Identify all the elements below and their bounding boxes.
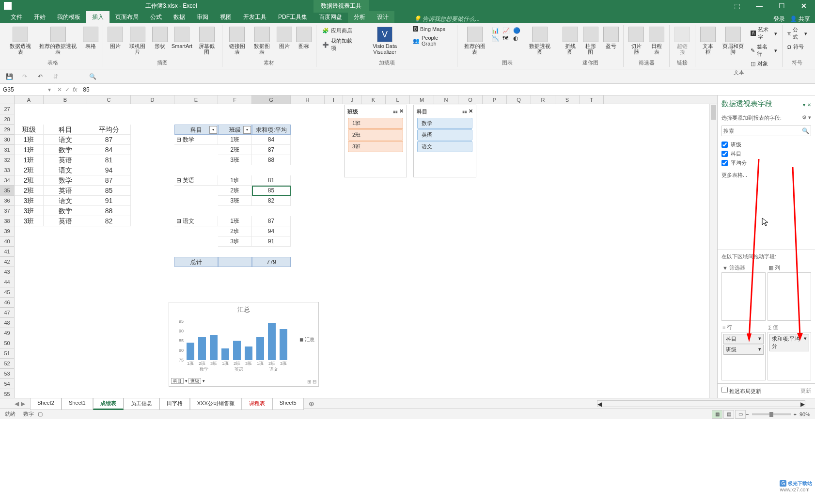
select-all-corner[interactable]: [0, 95, 15, 104]
symbol-button[interactable]: Ω 符号: [785, 42, 809, 51]
row-header[interactable]: 43: [0, 267, 15, 277]
filter-dropdown-icon[interactable]: ▾: [209, 126, 217, 134]
field-checkbox[interactable]: 科目: [721, 149, 811, 158]
cell[interactable]: 88: [87, 206, 131, 216]
row-header[interactable]: 49: [0, 328, 15, 338]
tab-review[interactable]: 审阅: [191, 11, 214, 23]
column-header[interactable]: D: [131, 95, 174, 104]
recommended-pivot-button[interactable]: 推荐的数据透视表: [36, 25, 80, 56]
column-header[interactable]: L: [386, 95, 410, 104]
row-header[interactable]: 41: [0, 247, 15, 257]
pivot-chart[interactable]: 汇总 75808590951班2班3班1班2班3班1班2班3班数学英语语文 ◼ …: [169, 302, 319, 387]
cell[interactable]: 科目: [44, 125, 87, 135]
tab-home[interactable]: 开始: [28, 11, 51, 23]
cell[interactable]: 科目▾: [174, 125, 218, 135]
cell[interactable]: 英语: [44, 216, 87, 226]
row-header[interactable]: 32: [0, 155, 15, 165]
app-store-button[interactable]: 🧩 应用商店: [320, 26, 358, 35]
cell[interactable]: 3班: [218, 196, 252, 206]
header-footer-button[interactable]: 页眉和页脚: [719, 25, 748, 56]
cell[interactable]: 总计: [174, 257, 218, 267]
cell[interactable]: 数学: [44, 145, 87, 155]
name-box[interactable]: G35▾: [0, 84, 54, 95]
cell[interactable]: 82: [252, 196, 291, 206]
area-item[interactable]: 求和项:平均分▾: [769, 334, 810, 351]
cell[interactable]: 1班: [218, 135, 252, 145]
horizontal-scrollbar[interactable]: ◀▶: [597, 400, 805, 407]
cell[interactable]: 84: [252, 135, 291, 145]
area-item[interactable]: 班级▾: [723, 345, 764, 355]
tab-baidu[interactable]: 百度网盘: [313, 11, 348, 23]
cell[interactable]: 84: [87, 145, 131, 155]
sparkline-winloss-button[interactable]: 盈亏: [601, 25, 620, 50]
row-header[interactable]: 28: [0, 114, 15, 125]
row-header[interactable]: 38: [0, 216, 15, 226]
row-header[interactable]: 30: [0, 135, 15, 145]
slicer-item[interactable]: 数学: [417, 118, 472, 129]
textbox-button[interactable]: 文本框: [698, 25, 717, 56]
sparkline-column-button[interactable]: 柱形图: [581, 25, 600, 56]
cell[interactable]: 87: [87, 135, 131, 145]
cancel-icon[interactable]: ✕: [57, 86, 62, 93]
formula-input[interactable]: 85: [80, 86, 815, 93]
tab-page-layout[interactable]: 页面布局: [110, 11, 144, 23]
column-header[interactable]: E: [174, 95, 218, 104]
slicer-item[interactable]: 1班: [348, 118, 403, 129]
print-preview-icon[interactable]: 🔍: [88, 72, 97, 81]
cell[interactable]: 81: [87, 155, 131, 165]
slicer-clear-icon[interactable]: ⚏ ✕: [462, 108, 473, 115]
cell[interactable]: 1班: [15, 135, 44, 145]
tell-me-input[interactable]: 💡 告诉我您想要做什么...: [414, 15, 480, 23]
column-header[interactable]: A: [15, 95, 44, 104]
tab-developer[interactable]: 开发工具: [237, 11, 272, 23]
more-tables-link[interactable]: 更多表格...: [718, 170, 815, 181]
column-header[interactable]: K: [361, 95, 386, 104]
defer-layout-checkbox[interactable]: 推迟布局更新: [721, 387, 761, 395]
row-header[interactable]: 29: [0, 125, 15, 135]
rows-drop-area[interactable]: 科目▾ 班级▾: [721, 332, 766, 380]
row-header[interactable]: 33: [0, 165, 15, 175]
close-button[interactable]: ✕: [793, 0, 815, 12]
tab-my-templates[interactable]: 我的模板: [51, 11, 86, 23]
row-header[interactable]: 53: [0, 369, 15, 379]
cell[interactable]: 87: [252, 145, 291, 155]
row-header[interactable]: 47: [0, 308, 15, 318]
enter-icon[interactable]: ✓: [65, 86, 70, 93]
cell[interactable]: 2班: [218, 226, 252, 236]
row-header[interactable]: 42: [0, 257, 15, 267]
tab-data[interactable]: 数据: [168, 11, 191, 23]
column-header[interactable]: R: [531, 95, 555, 104]
column-header[interactable]: J: [343, 95, 361, 104]
row-header[interactable]: 51: [0, 348, 15, 359]
column-header[interactable]: T: [580, 95, 604, 104]
row-header[interactable]: 54: [0, 379, 15, 389]
zoom-level[interactable]: 90%: [799, 411, 810, 417]
cell[interactable]: 3班: [15, 216, 44, 226]
signature-button[interactable]: ✎ 签名行 ▾: [749, 42, 779, 59]
column-header[interactable]: I: [325, 95, 343, 104]
column-header[interactable]: F: [218, 95, 252, 104]
row-header[interactable]: 39: [0, 226, 15, 236]
sheet-tab[interactable]: Sheet2: [30, 398, 62, 410]
page-layout-view-button[interactable]: ▤: [723, 410, 734, 419]
cell[interactable]: 2班: [15, 165, 44, 175]
cell[interactable]: ⊟ 语文: [174, 216, 218, 226]
row-header[interactable]: 36: [0, 196, 15, 206]
online-picture-button[interactable]: 联机图片: [125, 25, 150, 56]
share-button[interactable]: 👤 共享: [790, 15, 810, 23]
field-checkbox[interactable]: 班级: [721, 140, 811, 149]
column-header[interactable]: S: [555, 95, 580, 104]
column-header[interactable]: Q: [507, 95, 531, 104]
login-link[interactable]: 登录: [773, 15, 785, 23]
cell[interactable]: 85: [87, 186, 131, 196]
slicer-item[interactable]: 3班: [348, 141, 403, 152]
data-chart-button[interactable]: 数据图表: [250, 25, 274, 56]
cell[interactable]: ⊟ 英语: [174, 175, 218, 186]
cell[interactable]: 数学: [44, 175, 87, 186]
tab-design[interactable]: 设计: [371, 11, 394, 23]
task-pane-dropdown-icon[interactable]: ▾: [803, 102, 805, 108]
fx-icon[interactable]: fx: [73, 86, 77, 93]
slicer-class[interactable]: 班级⚏ ✕ 1班 2班 3班: [344, 105, 407, 177]
zoom-slider[interactable]: [752, 413, 791, 415]
column-header[interactable]: N: [434, 95, 458, 104]
